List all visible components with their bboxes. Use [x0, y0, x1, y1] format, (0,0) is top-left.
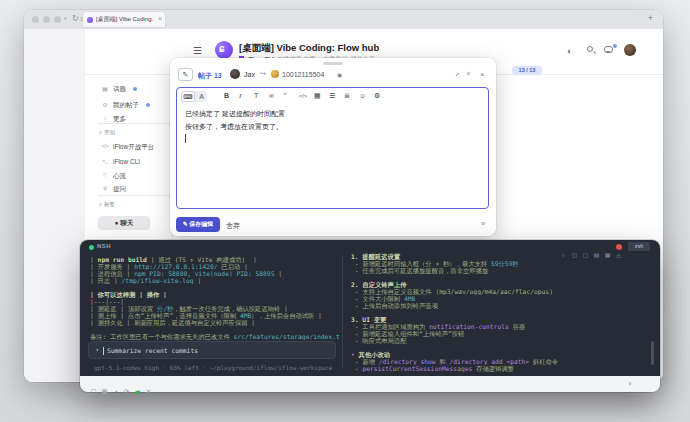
user-avatar[interactable] — [624, 44, 636, 56]
quote-icon[interactable]: ” — [284, 92, 286, 99]
markdown-toggle-icon[interactable]: A — [196, 91, 207, 102]
reply-arrow-icon: ↪ — [260, 70, 266, 78]
terminal-left-pane[interactable]: | npm run build | 通过 (TS + Vite 构建成功) ||… — [90, 256, 340, 340]
terminal-text-segment: 斜杠命令 — [529, 358, 558, 365]
terminal-line: - 响应式布局适配 — [351, 337, 651, 344]
code-icon[interactable]: </> — [299, 93, 307, 99]
collapse-composer-icon[interactable]: » — [465, 72, 472, 76]
terminal-line — [351, 274, 651, 281]
layout-icon[interactable]: ▣ — [99, 388, 110, 396]
prompt-cursor — [103, 347, 104, 355]
desktop: ‹ ↻ ⌂ [桌面端] Vibe Coding... × + ☰ ɕ [桌面端]… — [0, 0, 690, 422]
terminal-tab-label[interactable]: NSH — [97, 243, 111, 249]
back-icon[interactable]: ‹ — [64, 13, 67, 25]
save-edit-button[interactable]: ✎ 保存编辑 — [176, 217, 220, 232]
numbered-list-icon[interactable]: ≣ — [344, 92, 350, 100]
close-composer-icon[interactable]: × — [480, 70, 485, 79]
terminal-text-segment: 容器 — [509, 323, 525, 330]
editing-post-link[interactable]: 帖子 13 — [198, 71, 222, 81]
prompt-input[interactable]: › Summarize recent commits — [88, 341, 336, 359]
sidebar-divider — [98, 195, 174, 196]
theme-toggle-icon[interactable]: ◐ — [567, 46, 572, 56]
terminal-line: - 支持上传自定义音频文件 (mp3/wav/ogg/m4a/aac/flac/… — [351, 288, 651, 295]
sidebar-divider — [98, 123, 174, 124]
terminal-text-segment: |---|---| — [90, 298, 124, 305]
drag-handle[interactable] — [323, 62, 343, 65]
terminal-text-segment: - 新增 — [351, 358, 379, 365]
sync-icon[interactable]: ⟳ — [121, 388, 132, 396]
sidebar-section-tags[interactable]: ∨ 标签 — [98, 201, 115, 208]
composer-body-line[interactable]: 按钮多了，考虑放在设置页了。 — [185, 122, 283, 132]
composer-body-line[interactable]: 已经搞定了 延迟提醒的时间配置 — [185, 109, 285, 119]
image-icon[interactable]: ▦ — [314, 92, 321, 100]
sidebar-toggle-icon[interactable]: ☰ — [193, 45, 202, 56]
discard-button[interactable]: 舍弃 — [226, 221, 240, 231]
terminal-line: - 新增延迟时间输入框（分 + 秒），最大支持 59分59秒 — [351, 260, 651, 267]
terminal-text-segment: notification-controls — [429, 323, 509, 330]
text-cursor — [185, 134, 186, 143]
terminal-text-segment: | — [274, 270, 282, 277]
bold-icon[interactable]: B — [224, 92, 229, 99]
terminal-text-segment: | 测延迟 | 顶部设置 — [90, 305, 157, 312]
minimize-window-button[interactable] — [43, 16, 50, 23]
terminal-text-segment: | — [194, 277, 202, 284]
new-tab-button[interactable]: + — [648, 13, 653, 23]
terminal-right-pane[interactable]: 1. 提醒延迟设置 - 新增延迟时间输入框（分 + 秒），最大支持 59分59秒… — [351, 253, 651, 372]
sidebar-item-label: 我的帖子 — [113, 101, 139, 110]
globe-icon: ◉ — [337, 71, 342, 78]
heading-icon[interactable]: T — [254, 92, 258, 99]
terminal-text-segment: - — [351, 365, 362, 372]
visual-editor-toggle-icon[interactable]: ⌨ — [181, 91, 195, 102]
terminal-text-segment: | — [90, 256, 98, 263]
terminal-line: 备注: 工作区里已有一个与你需求无关的已改文件 src/features/sto… — [90, 333, 340, 340]
chat-icon[interactable] — [604, 46, 613, 53]
bullet-list-icon[interactable]: ☰ — [329, 92, 335, 100]
record-icon[interactable] — [616, 244, 622, 250]
category-label: iFlow CLI — [113, 158, 140, 165]
editor-mode-toggle[interactable]: ⌨ A — [181, 91, 207, 102]
terminal-text-segment: 4MB — [404, 295, 415, 302]
page-title[interactable]: [桌面端] Vibe Coding: Flow hub — [239, 42, 379, 55]
terminal-text-segment: /tmp/iflow-vite.log — [122, 277, 194, 284]
terminal-text-segment: - 响应式布局适配 — [351, 337, 406, 344]
zoom-window-button[interactable] — [54, 16, 61, 23]
tab-close-icon[interactable]: × — [158, 15, 162, 22]
terminal-text-segment: - 上传后自动添加到铃声选项 — [351, 302, 438, 309]
notification-dot — [613, 44, 617, 48]
options-icon[interactable]: ⚙ — [374, 92, 380, 100]
category-icon: ♡ — [100, 172, 110, 178]
close-window-button[interactable] — [32, 16, 39, 23]
terminal-text-segment: - 工具栏通知区域重构为 — [351, 323, 429, 330]
search-icon[interactable] — [587, 46, 593, 52]
terminal-text-segment: - 新增延迟时间输入框（分 + 秒），最大支持 — [351, 260, 491, 267]
terminal-line — [351, 309, 651, 316]
topic-progress-pill[interactable]: 13 / 13 — [512, 66, 542, 75]
terminal-line: | 开发服务 | http://127.0.0.1:1420/ 已启动 | — [90, 263, 340, 270]
composer-dialog: ✎ 帖子 13 Jax ↪ 10012115504 ◉ ↔ » × ⌨ A BI… — [170, 58, 496, 236]
preview-toggle-icon[interactable]: » — [481, 219, 485, 228]
terminal-text-segment: 3. UI 变更 — [351, 316, 386, 323]
site-logo[interactable]: ɕ — [215, 41, 233, 59]
prompt-text[interactable]: Summarize recent commits — [107, 347, 198, 354]
link-icon[interactable]: ∞ — [269, 92, 274, 99]
terminal-text-segment: 4MB — [240, 312, 251, 319]
scrollbar-thumb[interactable] — [651, 341, 654, 365]
emoji-icon[interactable]: ☺ — [359, 92, 366, 99]
italic-icon[interactable]: I — [239, 92, 241, 100]
sidebar-section-categories[interactable]: ∨ 类别 — [98, 129, 115, 136]
bottom-right-circle-icon[interactable]: ◑ — [627, 379, 632, 388]
window-icon[interactable]: ▢ — [88, 388, 99, 396]
browser-tab[interactable]: [桌面端] Vibe Coding... × — [83, 12, 165, 27]
close-small-icon[interactable]: ✕ — [143, 388, 154, 396]
clock-icon[interactable]: ◔ — [110, 388, 121, 395]
expand-composer-icon[interactable]: ↔ — [452, 69, 462, 79]
reload-icon[interactable]: ↻ — [72, 13, 79, 25]
terminal-text-segment: 和 — [436, 358, 450, 365]
terminal-text-segment: - 支持上传自定义音频文件 (mp3/wav/ogg/m4a/aac/flac/… — [351, 288, 553, 295]
terminal-line: - 工具栏通知区域重构为 notification-controls 容器 — [351, 323, 651, 330]
terminal-text-segment: | 进程信息 | — [90, 270, 134, 277]
editor-area[interactable]: ⌨ A BIT∞”</>▦☰≣☺⚙ 已经搞定了 延迟提醒的时间配置 按钮多了，考… — [176, 87, 489, 209]
status-green-icon[interactable]: ▰ — [132, 388, 143, 396]
terminal-text-segment: 59分59秒 — [491, 260, 519, 267]
chat-button[interactable]: ● 聊天 — [98, 216, 150, 230]
